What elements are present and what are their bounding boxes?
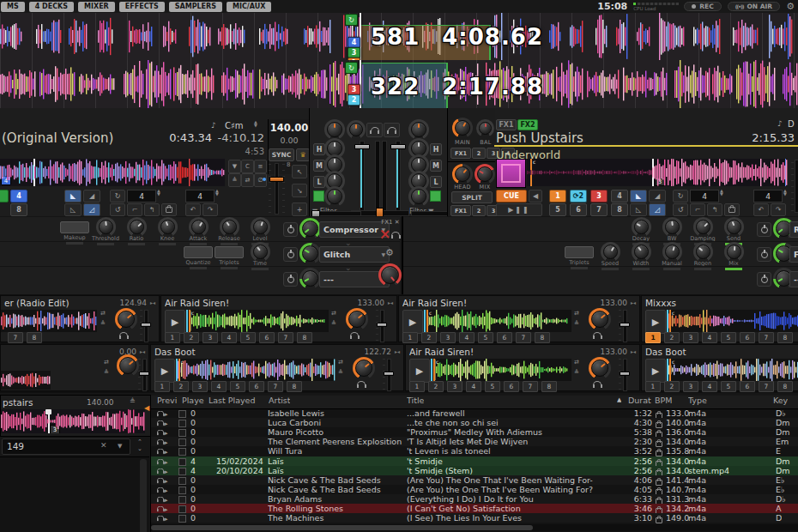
sampler-headphone-icon[interactable]: [119, 330, 128, 340]
sampler-collapse-icon[interactable]: ▸◂: [140, 348, 145, 354]
deck1-intro-end-icon[interactable]: ◺: [64, 203, 82, 216]
col-last-played[interactable]: Last Played: [209, 396, 256, 405]
sampler-fader[interactable]: [140, 310, 150, 341]
deck2-loop-lock-icon[interactable]: [724, 203, 740, 216]
deck2-outro-mark-icon[interactable]: ◢: [649, 190, 666, 203]
sampler-pad-3[interactable]: 3: [203, 332, 218, 343]
deck2-hotcue-3[interactable]: 3: [590, 190, 608, 203]
ch2-gain-knob[interactable]: [411, 122, 426, 137]
param-knob[interactable]: [130, 220, 144, 234]
ch1-head-gain-knob[interactable]: [349, 123, 363, 136]
split-button[interactable]: SPLIT: [451, 191, 493, 203]
library-expand-icon[interactable]: ⌃⌄: [134, 438, 146, 453]
sampler-pad-3[interactable]: 3: [440, 332, 456, 343]
table-row[interactable]: ▸415/02/2024Laïs't Smidje2:56134.0m4aDm: [151, 456, 798, 466]
deck2-fx1-button[interactable]: FX1: [496, 119, 517, 130]
fx-effect-selector[interactable]: Glitch▼: [319, 246, 390, 263]
sampler-pad-7[interactable]: 7: [268, 381, 283, 392]
table-row[interactable]: ▸0The Machines(I See) The Lies In Your E…: [151, 513, 798, 523]
sampler-pad-7[interactable]: 7: [8, 332, 23, 343]
record-button[interactable]: REC: [684, 2, 721, 12]
param-knob[interactable]: [634, 245, 649, 259]
deck1-beatjump-back-icon[interactable]: ↶: [185, 203, 201, 216]
deck2-fx2-button[interactable]: FX2: [517, 119, 538, 130]
deck1-loop-size[interactable]: 4: [127, 190, 156, 203]
head-mix-knob[interactable]: [477, 166, 493, 182]
deck1-hotcue-cut[interactable]: [0, 190, 9, 203]
deck2-hotcue-7[interactable]: 7: [590, 203, 608, 216]
deck1-intro-mark-icon[interactable]: ◣: [64, 190, 82, 203]
deck2-hotcue-6[interactable]: 6: [570, 203, 587, 216]
sampler-pad-5[interactable]: 5: [485, 381, 500, 392]
row-checkbox[interactable]: [178, 438, 186, 446]
row-checkbox[interactable]: [178, 410, 186, 418]
preview-headphone-icon[interactable]: ▸: [156, 494, 168, 504]
preview-headphone-icon[interactable]: ▸: [156, 513, 168, 523]
sampler-pad-2[interactable]: 2: [428, 381, 444, 392]
deck2-hotcue-1[interactable]: 1: [549, 190, 566, 203]
deck2-pitch-fader[interactable]: [791, 160, 794, 211]
fx-effect-selector[interactable]: Fla▼: [789, 246, 798, 263]
param-knob[interactable]: [634, 220, 649, 234]
deck1-key-spinner[interactable]: ▲▼: [254, 120, 257, 127]
sampler-volume-knob[interactable]: [591, 360, 608, 377]
row-checkbox[interactable]: [178, 515, 186, 523]
param-knob[interactable]: [727, 245, 741, 259]
ch1-pfl-headphone-icon[interactable]: [366, 123, 383, 137]
row-checkbox[interactable]: [178, 420, 186, 427]
table-row[interactable]: ▸0The Clement Peerens Explosition'T Is A…: [151, 437, 798, 446]
preview-headphone-icon[interactable]: ▸: [156, 418, 168, 427]
deck2-beatjump-size[interactable]: 4: [753, 190, 783, 203]
sampler-waveform[interactable]: [1, 371, 51, 390]
search-clear-icon[interactable]: ✕: [100, 441, 107, 450]
sampler-headphone-icon[interactable]: [593, 379, 602, 389]
fx1-settings-gear-icon[interactable]: ⚙: [385, 247, 394, 258]
deck2-stem-pad[interactable]: [496, 159, 526, 188]
row-checkbox[interactable]: [178, 477, 186, 485]
sampler-volume-knob[interactable]: [591, 311, 608, 328]
sampler-collapse-icon[interactable]: ▸◂: [631, 348, 636, 354]
sampler-play-button[interactable]: ▶: [645, 359, 666, 383]
sampler-pad-8[interactable]: 8: [541, 381, 557, 392]
sampler-pad-6[interactable]: 6: [740, 332, 755, 343]
deck1-sync-leader-icon[interactable]: ♛: [296, 148, 310, 161]
deck1-rate-temp-down-icon[interactable]: ↘: [292, 184, 307, 197]
deck1-sync-button[interactable]: SYNC: [269, 148, 294, 161]
deck2-hotcue-5[interactable]: 5: [549, 203, 566, 216]
fx1-close-icon[interactable]: ✕: [395, 219, 400, 226]
deck2-intro-end-icon[interactable]: ◺: [630, 203, 647, 216]
table-row[interactable]: ▸0Isabelle Lewis...and farewell1:32133.0…: [151, 408, 798, 418]
deck1-loop-size-spinner[interactable]: ▲▼: [157, 189, 160, 196]
fx-assign-1[interactable]: FX1: [450, 205, 471, 216]
table-row[interactable]: ▸420/10/2024Laïs't Smidje (Stem)2:56134.…: [151, 466, 798, 475]
sampler-pad-7[interactable]: 7: [516, 332, 531, 343]
sampler-pad-6[interactable]: 6: [497, 332, 512, 343]
preview-headphone-icon[interactable]: ▸: [156, 437, 168, 446]
ch1-filter-enable-button[interactable]: [313, 190, 324, 202]
sampler-volume-knob[interactable]: [348, 311, 366, 328]
preview-headphone-icon[interactable]: ▸: [156, 446, 168, 456]
preview-headphone-icon[interactable]: ▸: [156, 408, 168, 418]
deck2-loop-out-icon[interactable]: ↰: [707, 203, 722, 216]
ch1-gain-knob[interactable]: [327, 122, 342, 137]
menu-button-mic-aux[interactable]: MIC/AUX: [227, 2, 271, 12]
row-checkbox[interactable]: [178, 429, 186, 437]
sampler-fader[interactable]: [619, 310, 629, 341]
deck1-hotcue-8[interactable]: 8: [10, 203, 27, 216]
eject-icon[interactable]: ≜: [130, 397, 136, 405]
param-knob[interactable]: [603, 245, 618, 259]
deck1-reloop-icon[interactable]: ↺: [110, 203, 125, 216]
deck2-hotcue-8[interactable]: 8: [611, 203, 628, 216]
sampler-pad-8[interactable]: 8: [777, 381, 793, 392]
sampler-pad-2[interactable]: 2: [421, 332, 437, 343]
quantize-button[interactable]: [184, 246, 213, 258]
deck2-intro-mark-icon[interactable]: ◣: [630, 190, 647, 203]
sampler-pad-8[interactable]: 8: [535, 332, 550, 343]
deck2-beatjump-spinner[interactable]: ▲▼: [783, 189, 787, 196]
sampler-pad-6[interactable]: 6: [504, 381, 519, 392]
eject-icon[interactable]: ≜: [574, 320, 579, 327]
param-knob[interactable]: [191, 220, 206, 234]
library-tree-panel[interactable]: [0, 456, 149, 532]
sampler-volume-knob[interactable]: [355, 360, 372, 377]
deck1-beatloop-icon[interactable]: ↻: [110, 190, 125, 203]
